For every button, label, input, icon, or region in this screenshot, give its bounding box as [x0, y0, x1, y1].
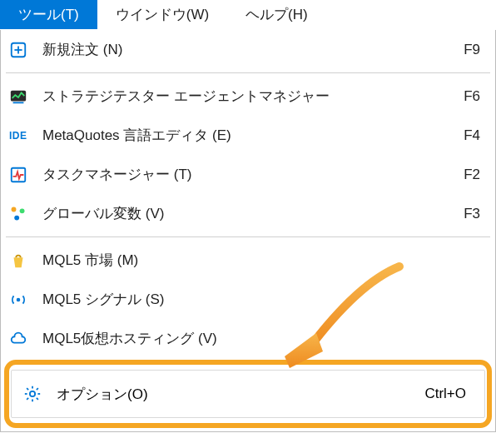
new-order-icon: [9, 41, 42, 59]
menu-item-shortcut: F4: [464, 127, 480, 144]
menu-item-task-manager[interactable]: タスクマネージャー (T) F2: [1, 155, 495, 194]
svg-line-18: [37, 388, 38, 390]
market-icon: [9, 251, 42, 270]
menu-item-shortcut: F2: [464, 167, 480, 183]
gear-icon: [23, 385, 57, 403]
svg-line-17: [27, 398, 28, 400]
svg-rect-4: [13, 102, 24, 103]
menu-item-mql5-signals[interactable]: MQL5 シグナル (S): [1, 280, 495, 319]
menu-item-label: ストラテジテスター エージェントマネジャー: [42, 87, 464, 106]
svg-point-6: [12, 207, 17, 212]
svg-point-10: [30, 391, 35, 396]
menubar: ツール(T) ウインドウ(W) ヘルプ(H): [0, 0, 496, 30]
separator: [6, 236, 490, 237]
menu-item-shortcut: Ctrl+O: [424, 386, 466, 402]
strategy-tester-icon: [9, 87, 42, 106]
menu-help[interactable]: ヘルプ(H): [227, 0, 326, 29]
menu-item-label: タスクマネージャー (T): [42, 165, 464, 184]
menu-item-shortcut: F6: [464, 88, 480, 105]
signals-icon: [9, 291, 42, 309]
menu-item-label: MetaQuotes 言語エディタ (E): [42, 126, 464, 145]
menu-tools[interactable]: ツール(T): [0, 0, 97, 29]
ide-icon: IDE: [9, 130, 42, 142]
menu-item-metaquotes-editor[interactable]: IDE MetaQuotes 言語エディタ (E) F4: [1, 116, 495, 155]
menu-item-label: グローバル変数 (V): [42, 204, 464, 223]
menu-item-options[interactable]: オプション(O) Ctrl+O: [11, 370, 485, 418]
menu-item-label: MQL5 市場 (M): [42, 251, 480, 270]
menu-item-global-variables[interactable]: グローバル変数 (V) F3: [1, 194, 495, 233]
svg-point-9: [17, 297, 21, 301]
global-variables-icon: [9, 205, 42, 223]
menu-item-new-order[interactable]: 新規注文 (N) F9: [1, 30, 495, 69]
menu-window[interactable]: ウインドウ(W): [97, 0, 227, 29]
menu-item-mql5-hosting[interactable]: MQL5仮想ホスティング (V): [1, 319, 495, 358]
menu-item-label: MQL5 シグナル (S): [42, 290, 480, 309]
tools-dropdown: 新規注文 (N) F9 ストラテジテスター エージェントマネジャー F6 IDE…: [0, 30, 496, 432]
menu-item-mql5-market[interactable]: MQL5 市場 (M): [1, 241, 495, 280]
svg-point-7: [20, 208, 25, 213]
menu-item-strategy-tester[interactable]: ストラテジテスター エージェントマネジャー F6: [1, 77, 495, 116]
svg-point-8: [14, 215, 19, 220]
svg-line-15: [27, 388, 28, 390]
menu-item-shortcut: F3: [464, 206, 480, 222]
menu-item-label: 新規注文 (N): [42, 40, 464, 59]
options-highlight-area: オプション(O) Ctrl+O: [1, 358, 495, 431]
separator: [6, 72, 490, 73]
menu-item-label: オプション(O): [57, 385, 424, 404]
cloud-icon: [9, 330, 42, 348]
svg-line-16: [37, 398, 38, 400]
menu-item-label: MQL5仮想ホスティング (V): [42, 329, 480, 348]
menu-item-shortcut: F9: [464, 42, 480, 58]
task-manager-icon: [9, 166, 42, 184]
